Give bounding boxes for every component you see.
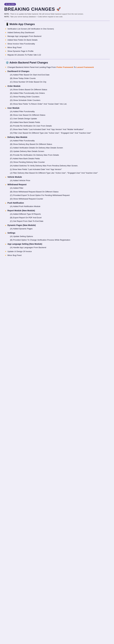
change-text: Added New Fields On Bank Details	[8, 38, 38, 42]
main-title: BREAKING CHANGES	[4, 7, 55, 12]
plus-icon: +	[5, 66, 6, 68]
change-text: Update Ui Design Of Invoice	[8, 250, 32, 253]
change-item-languages: + Manage App Languages From Backend	[4, 35, 110, 38]
change-text: Minor Bug Fixed	[8, 254, 21, 257]
sub-item-report-a: (A) Added Different Type Of Reports	[4, 213, 110, 216]
module-header-dashboard: + Dashboard UI Changes	[4, 70, 110, 73]
module-title-vehicle: Vehicle Module	[8, 176, 22, 178]
sub-item-wr-a: (A) Added Filter	[4, 187, 110, 190]
sub-item-dashboard-a: (A) Added Filter Based On Start And End …	[4, 74, 110, 76]
change-text: Verification List Screen (All Verificati…	[8, 28, 54, 30]
plus-icon: +	[5, 243, 6, 246]
plus-icon: +	[5, 202, 6, 204]
sub-item-order-d: (D) Show Schedule Order Counters	[4, 99, 110, 102]
module-title-settings: Settings	[8, 232, 15, 234]
sub-item-order-b: (B) Added Filter Functionality Into Orde…	[4, 92, 110, 94]
sub-item-dm-b: (B) Show Delivery Boy Based On Different…	[4, 143, 110, 146]
module-header-vehicle: + Vehicle Module	[4, 176, 110, 178]
note-2: NOTE : Take your server backup (database…	[4, 16, 110, 18]
change-text: Manage App Languages From Backend	[8, 35, 41, 38]
sub-item-dm-h: (H) Added Switches To Verify Delivery Ma…	[4, 164, 110, 167]
sub-item-user-f: (F) Show New Fields "Last Activated Date…	[4, 128, 110, 131]
module-header-report: + Report Module (New Module)	[4, 210, 110, 212]
change-item-minor-bug-1: + Minor Bug Fixed	[4, 46, 110, 49]
change-item-invoice: + Show Invoice View Functionality	[4, 42, 110, 45]
plus-icon: +	[5, 28, 6, 30]
note-1: NOTE : There is no update into flutter b…	[4, 13, 110, 15]
change-item-minor-bug-2: + Minor Bug Fixed	[4, 254, 110, 257]
change-text: Added Delivery Boy Dashboard	[8, 31, 34, 34]
plus-icon: +	[5, 224, 6, 227]
module-header-withdrawal: + Withdrawal Request	[4, 183, 110, 186]
change-text: Show Invoice View Functionality	[8, 42, 35, 45]
change-text: Migrate All Libraries To Flutter Sdk 3.2…	[8, 54, 41, 56]
sub-item-user-g: (G) Filter User Based On Different Type …	[4, 132, 110, 134]
module-header-push: + Push Notification	[4, 202, 110, 204]
change-text: Show Dynamic Page In Profile	[8, 50, 33, 53]
plus-icon: +	[5, 250, 6, 253]
change-item-dynamic-profile: + Show Dynamic Page In Profile	[4, 50, 110, 53]
module-title-order: Order Module	[8, 85, 20, 87]
module-header-dynamic: + Dynamic Pages (New Module)	[4, 224, 110, 227]
plus-icon: +	[5, 232, 6, 234]
module-header-settings: + Settings	[4, 232, 110, 234]
sub-item-dm-a: (A) Added Filter Functionality	[4, 139, 110, 142]
sub-item-dm-e: (E) Provide Re-Verification On Delivery …	[4, 154, 110, 156]
sub-item-settings-a: (A) Update Setting Options	[4, 235, 110, 238]
module-title-report: Report Module (New Module)	[8, 210, 35, 212]
plus-icon: +	[5, 254, 6, 257]
plus-icon: +	[5, 210, 6, 212]
change-text: Minor Bug Fixed	[8, 46, 21, 49]
plus-icon: +	[5, 184, 6, 186]
module-title-dashboard: Dashboard UI Changes	[8, 70, 29, 72]
sub-item-user-e: (E) Provide Re-Verification On User From…	[4, 124, 110, 127]
sub-item-user-d: (D) Added New Bank Details Fields	[4, 121, 110, 124]
plus-icon: +	[5, 31, 6, 34]
change-item-changed-backend: + Changed Backend Admin Panel And Landin…	[4, 66, 110, 69]
sub-item-dm-i: (I) Show New Fields "Last Activated Date…	[4, 168, 110, 171]
sub-item-dm-c: (C) Added Verification Details On Delive…	[4, 146, 110, 149]
module-title-push: Push Notification	[8, 202, 24, 204]
rocket-emoji: 🚀	[56, 7, 61, 11]
admin-section-title: ⚙️ Admin Backend Panel Changes	[6, 61, 110, 64]
sub-item-app-lang-a: (A) Handle App Languages From Backend	[4, 246, 110, 249]
sub-item-report-b: (B) Export Report On PDF And Excel	[4, 216, 110, 219]
sub-item-order-e: (E) Show New Fields "Is Return Order" An…	[4, 102, 110, 106]
sub-item-wr-d: (D) Show Withdrawal Request Counter	[4, 198, 110, 200]
sub-item-user-b: (B) Show User Based On Different Status	[4, 114, 110, 116]
sub-item-dm-g: (G) Show Pending Delivery Man Counter	[4, 161, 110, 164]
module-header-app-lang: + App Language Setting (New Module)	[4, 243, 110, 246]
module-title-dynamic: Dynamic Pages (New Module)	[8, 224, 36, 226]
sub-item-order-c: (C) Show Pending Order Counters	[4, 95, 110, 98]
module-title-delivery-man: Delivery Man Module	[8, 136, 27, 138]
change-item-delivery-dashboard: + Added Delivery Boy Dashboard	[4, 31, 110, 34]
change-text: Changed Backend Admin Panel And Landing …	[8, 66, 94, 69]
module-header-order: + Order Module	[4, 85, 110, 88]
module-header-user: + User Module	[4, 107, 110, 110]
plus-icon: +	[5, 136, 6, 139]
module-title-user: User Module	[8, 107, 19, 109]
plus-icon: +	[5, 176, 6, 178]
module-title-app-lang: App Language Setting (New Module)	[8, 243, 42, 245]
divider-1	[4, 21, 110, 21]
sub-item-report-c: (C) Get Report From Start To End Date	[4, 220, 110, 223]
plus-icon: +	[5, 54, 6, 56]
plus-icon: +	[5, 107, 6, 110]
sub-item-push-a: (A) Added Push Notification Module	[4, 205, 110, 208]
sub-item-dashboard-b: (B) Show Today Order Counts	[4, 77, 110, 80]
sub-item-dashboard-c: (C) Show Number Of Order Based On City	[4, 80, 110, 83]
sub-item-settings-b: (B) Provided Option To Change Verificati…	[4, 238, 110, 242]
date-badge: 26 July 2024	[4, 3, 16, 6]
change-item-verification: + Verification List Screen (All Verifica…	[4, 28, 110, 30]
sub-item-dynamic-a: (A) Added Dynamic Pages	[4, 227, 110, 230]
sub-item-wr-b: (B) Show Withdrawal Request Based On Dif…	[4, 190, 110, 193]
change-item-bank-fields: + Added New Fields On Bank Details	[4, 38, 110, 42]
plus-icon: +	[5, 39, 6, 41]
sub-item-dm-j: (J) Filter Delivery Man Based On Differe…	[4, 172, 110, 174]
plus-icon: +	[5, 42, 6, 45]
plus-icon: +	[5, 70, 6, 73]
mobile-section-title: 📱 Mobile App Changes	[6, 22, 110, 26]
sub-item-user-c: (C) User Details Design Update	[4, 117, 110, 120]
sub-item-wr-c: (C) Provided Export To Excel Option For …	[4, 194, 110, 197]
change-item-update-ui: + Update Ui Design Of Invoice	[4, 250, 110, 253]
